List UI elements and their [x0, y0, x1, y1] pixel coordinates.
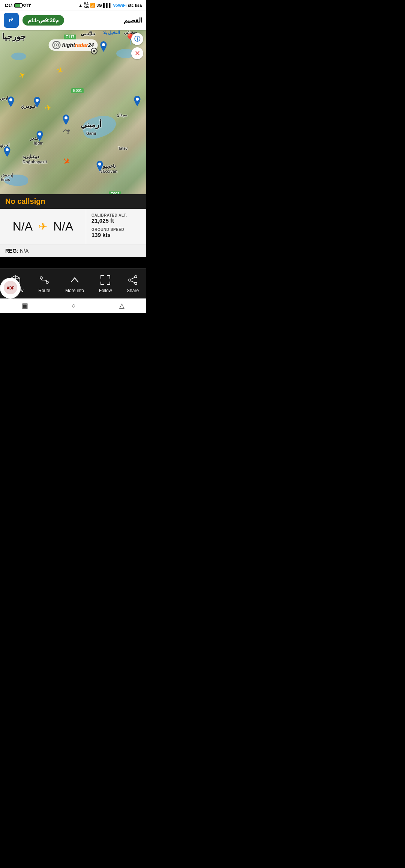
label-ercis-ar: إرجيش	[1, 173, 13, 178]
svg-line-19	[131, 277, 135, 279]
from-value: N/A	[13, 220, 33, 234]
e117-label: E117	[64, 35, 76, 39]
forum-badge-text: ADF	[3, 280, 18, 296]
up-chevron-icon	[69, 275, 80, 285]
status-bar: ٤:٤١ ٪٢٣ ▲ 6.1K/s 📶 3G ▌▌▌ VoWiFi stc ks…	[0, 0, 146, 11]
flight-data-right: CALIBRATED ALT. 21,025 ft GROUND SPEED 1…	[86, 209, 146, 244]
share-network-icon	[128, 275, 138, 285]
signal-bars: ▌▌▌	[103, 3, 112, 8]
back-button[interactable]: △	[119, 301, 124, 310]
fr-text: flightradar24	[62, 42, 94, 48]
network-type: 3G	[96, 3, 102, 8]
forum-badge: ADF	[0, 278, 21, 298]
pin-gyumri[interactable]	[33, 97, 41, 109]
label-yerevan: أرميني	[81, 120, 102, 129]
fr-logo-circle	[52, 41, 61, 49]
flight-data-row: N/A ✈ N/A CALIBRATED ALT. 21,025 ft GROU…	[0, 209, 146, 244]
e001-label: E001	[71, 88, 84, 93]
label-garni: Garni	[86, 131, 96, 136]
system-nav-bar: ▣ ○ △	[0, 298, 146, 313]
fr-radar-icon	[54, 42, 59, 48]
carrier-label: stc ksa	[128, 3, 142, 8]
nav-time-button[interactable]: م9:30ص-11م	[22, 15, 64, 26]
speed-label: 6.1K/s	[84, 2, 89, 9]
callsign-bar: No callsign	[0, 194, 146, 209]
label-georgia: جورجيا	[2, 32, 26, 42]
pin-igdir[interactable]	[36, 131, 44, 143]
label-ercis-lat: Erciş	[1, 178, 10, 182]
altitude-value: 21,025 ft	[92, 217, 141, 224]
svg-point-9	[136, 98, 139, 101]
label-dogu-lat: Doğubayazit	[22, 160, 47, 164]
svg-point-1	[56, 44, 57, 46]
nav-destination: القصيم	[68, 17, 142, 24]
aircraft-direction-icon: ✈	[39, 220, 47, 233]
nav-bar: م9:30ص-11م القصيم	[0, 11, 146, 30]
turn-right-icon	[7, 16, 15, 24]
toolbar-item-follow[interactable]: Follow	[94, 271, 117, 296]
lake-small1	[11, 53, 26, 60]
pin-ajri[interactable]	[3, 146, 11, 158]
follow-label: Follow	[99, 288, 112, 293]
speed-label: GROUND SPEED	[92, 228, 141, 232]
route-icon	[38, 274, 50, 286]
battery-icon	[14, 3, 22, 8]
svg-line-20	[131, 281, 135, 283]
battery-percent: ٪٢٣	[24, 3, 31, 8]
pin-yerevan[interactable]	[62, 115, 70, 127]
toolbar-item-moreinfo[interactable]: More info	[61, 271, 88, 296]
map-info-button[interactable]: ⓘ	[131, 33, 143, 45]
label-tatev: Tatev	[118, 146, 128, 151]
nav-direction-icon[interactable]	[4, 13, 19, 28]
flight-data-left: N/A ✈ N/A	[0, 209, 86, 244]
toolbar-item-route[interactable]: Route	[34, 271, 55, 296]
svg-point-14	[40, 277, 42, 279]
status-left: ٤:٤١ ٪٢٣	[4, 3, 31, 8]
svg-point-3	[36, 99, 39, 102]
svg-point-18	[135, 282, 137, 285]
route-path-icon	[39, 275, 50, 285]
share-icon	[127, 274, 139, 286]
route-label: Route	[38, 288, 50, 293]
yerevan-aircraft-marker[interactable]: 🛩	[63, 127, 70, 136]
svg-point-4	[64, 116, 68, 119]
svg-point-15	[46, 281, 48, 283]
svg-point-6	[38, 133, 41, 136]
vowifi-label: VoWiFi	[113, 3, 126, 8]
toolbar-item-share[interactable]: Share	[122, 271, 143, 296]
altitude-section: CALIBRATED ALT. 21,025 ft	[92, 213, 141, 225]
map-close-button[interactable]: ✕	[131, 47, 143, 59]
pin-right[interactable]	[133, 96, 141, 108]
info-panel: No callsign N/A ✈ N/A CALIBRATED ALT. 21…	[0, 194, 146, 257]
fullscreen-icon	[100, 275, 111, 285]
svg-text:ADF: ADF	[6, 286, 14, 290]
follow-icon	[99, 274, 111, 286]
target-location-circle	[91, 48, 98, 54]
svg-point-7	[98, 163, 101, 166]
wifi-icon: 📶	[90, 3, 95, 8]
home-button[interactable]: ○	[72, 302, 76, 310]
flightradar-logo[interactable]: flightradar24	[49, 39, 98, 51]
moreinfo-label: More info	[65, 288, 84, 293]
svg-point-2	[102, 43, 105, 46]
status-right: ▲ 6.1K/s 📶 3G ▌▌▌ VoWiFi stc ksa	[78, 2, 142, 9]
reg-bar: REG: N/A	[0, 244, 146, 257]
moreinfo-icon	[69, 274, 81, 286]
pin-kars[interactable]	[7, 96, 15, 108]
share-label: Share	[127, 288, 139, 293]
forum-logo: ADF	[3, 280, 18, 295]
reg-text: REG: N/A	[5, 248, 28, 254]
svg-point-5	[9, 98, 12, 101]
time-display: ٤:٤١	[4, 3, 13, 8]
altitude-label: CALIBRATED ALT.	[92, 213, 141, 217]
signal-icon: ▲	[78, 3, 82, 8]
recent-apps-button[interactable]: ▣	[22, 301, 28, 310]
speed-value: 139 kts	[92, 232, 141, 238]
label-nakheel: النخيل بلا	[103, 30, 120, 35]
pin-tbilisi[interactable]	[99, 41, 108, 53]
pin-nakhchivan[interactable]	[96, 161, 104, 173]
label-seyfan: سيفان	[116, 113, 127, 118]
bottom-toolbar: 3D view Route More info	[0, 268, 146, 298]
svg-point-8	[6, 148, 9, 151]
svg-point-16	[135, 276, 137, 278]
